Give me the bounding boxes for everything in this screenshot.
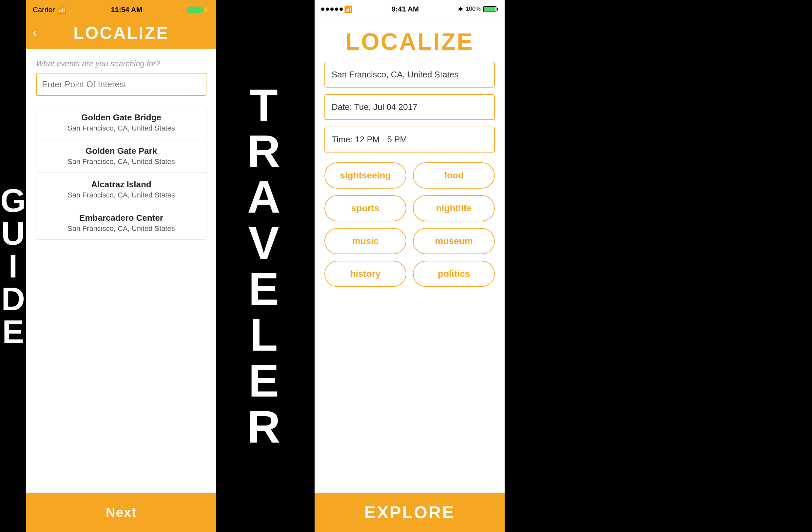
location-field[interactable]: San Francisco, CA, United States bbox=[324, 62, 495, 87]
traveler-l: L bbox=[250, 312, 278, 358]
category-sports[interactable]: sports bbox=[324, 195, 406, 221]
category-nightlife[interactable]: nightlife bbox=[413, 195, 495, 221]
bluetooth-icon: ✱ bbox=[458, 5, 463, 13]
traveler-e2: E bbox=[248, 358, 279, 404]
carrier-name: Carrier bbox=[33, 5, 55, 14]
traveler-r: R bbox=[247, 128, 280, 174]
left-status-bar: Carrier 📶 11:54 AM ⚡ bbox=[26, 0, 216, 20]
suggestions-list: Golden Gate Bridge San Francisco, CA, Un… bbox=[36, 106, 206, 240]
battery-tip bbox=[497, 8, 498, 11]
suggestion-name-2: Alcatraz Island bbox=[44, 179, 198, 190]
guide-letter-i: I bbox=[9, 250, 18, 282]
suggestion-name-1: Golden Gate Park bbox=[44, 146, 198, 156]
signal-dots: 📶 bbox=[321, 5, 352, 13]
left-phone: Carrier 📶 11:54 AM ⚡ ‹ LOCALIZE What eve… bbox=[26, 0, 216, 532]
date-field[interactable]: Date: Tue, Jul 04 2017 bbox=[324, 94, 495, 120]
category-sightseeing[interactable]: sightseeing bbox=[324, 162, 406, 188]
middle-section: T R A V E L E R bbox=[216, 0, 311, 532]
suggestion-item-2[interactable]: Alcatraz Island San Francisco, CA, Unite… bbox=[37, 173, 206, 206]
suggestion-name-0: Golden Gate Bridge bbox=[44, 112, 198, 123]
dot-4 bbox=[335, 8, 338, 11]
nav-bar: ‹ LOCALIZE bbox=[26, 20, 216, 49]
traveler-r2: R bbox=[247, 404, 280, 450]
category-museum[interactable]: museum bbox=[413, 228, 495, 254]
search-label: What events are you searching for? bbox=[36, 59, 206, 68]
category-history[interactable]: history bbox=[324, 261, 406, 287]
suggestion-name-3: Embarcadero Center bbox=[44, 213, 198, 223]
suggestion-location-1: San Francisco, CA, United States bbox=[44, 157, 198, 166]
wifi-icon: 📶 bbox=[57, 5, 66, 14]
battery-body bbox=[483, 6, 496, 12]
suggestion-item-1[interactable]: Golden Gate Park San Francisco, CA, Unit… bbox=[37, 139, 206, 173]
dot-1 bbox=[321, 8, 324, 11]
explore-button[interactable]: EXPLORE bbox=[364, 503, 455, 522]
right-phone: 📶 9:41 AM ✱ 100% LOCALIZE San Francisco,… bbox=[315, 0, 505, 532]
battery-fill bbox=[187, 6, 201, 13]
battery-percent: 100% bbox=[466, 5, 481, 13]
battery-bar-right bbox=[483, 6, 498, 12]
guide-letter-g: G bbox=[0, 184, 26, 217]
right-content: San Francisco, CA, United States Date: T… bbox=[315, 62, 505, 493]
guide-text: G U I D E bbox=[0, 0, 26, 532]
suggestion-item-0[interactable]: Golden Gate Bridge San Francisco, CA, Un… bbox=[37, 106, 206, 139]
app-title-right: LOCALIZE bbox=[324, 28, 495, 55]
right-app-header: LOCALIZE bbox=[315, 18, 505, 62]
suggestion-location-2: San Francisco, CA, United States bbox=[44, 191, 198, 199]
bottom-bar-left: Next bbox=[26, 493, 216, 532]
left-phone-body bbox=[26, 246, 216, 493]
back-button[interactable]: ‹ bbox=[33, 26, 37, 40]
guide-letter-u: U bbox=[1, 217, 25, 250]
bottom-bar-right: EXPLORE bbox=[315, 493, 505, 532]
app-title-left: LOCALIZE bbox=[73, 23, 169, 43]
category-music[interactable]: music bbox=[324, 228, 406, 254]
search-input[interactable] bbox=[36, 73, 206, 96]
right-status-icons: ✱ 100% bbox=[458, 5, 498, 13]
dot-5 bbox=[339, 8, 343, 11]
right-status-bar: 📶 9:41 AM ✱ 100% bbox=[315, 0, 505, 18]
search-section: What events are you searching for? bbox=[26, 49, 216, 99]
wifi-icon-right: 📶 bbox=[344, 5, 352, 13]
category-politics[interactable]: politics bbox=[413, 261, 495, 287]
suggestion-item-3[interactable]: Embarcadero Center San Francisco, CA, Un… bbox=[37, 206, 206, 239]
traveler-text: T R A V E L E R bbox=[247, 82, 280, 450]
traveler-e1: E bbox=[248, 266, 279, 312]
traveler-a: A bbox=[247, 174, 280, 220]
right-status-time: 9:41 AM bbox=[392, 5, 419, 13]
dot-2 bbox=[326, 8, 329, 11]
traveler-v: V bbox=[248, 220, 279, 266]
next-button[interactable]: Next bbox=[106, 505, 137, 520]
guide-letter-d: D bbox=[1, 282, 25, 315]
lightning-icon: ⚡ bbox=[203, 6, 210, 13]
battery-indicator: ⚡ bbox=[187, 6, 210, 13]
suggestion-location-0: San Francisco, CA, United States bbox=[44, 124, 198, 132]
status-time: 11:54 AM bbox=[111, 5, 142, 14]
category-food[interactable]: food bbox=[413, 162, 495, 188]
battery-fill-right bbox=[484, 7, 495, 11]
suggestion-location-3: San Francisco, CA, United States bbox=[44, 224, 198, 233]
dot-3 bbox=[330, 8, 334, 11]
time-field[interactable]: Time: 12 PM - 5 PM bbox=[324, 127, 495, 153]
category-grid: sightseeing food sports nightlife music … bbox=[324, 162, 495, 287]
traveler-t: T bbox=[250, 82, 278, 128]
carrier-info: Carrier 📶 bbox=[33, 5, 66, 14]
guide-letter-e: E bbox=[2, 315, 24, 348]
